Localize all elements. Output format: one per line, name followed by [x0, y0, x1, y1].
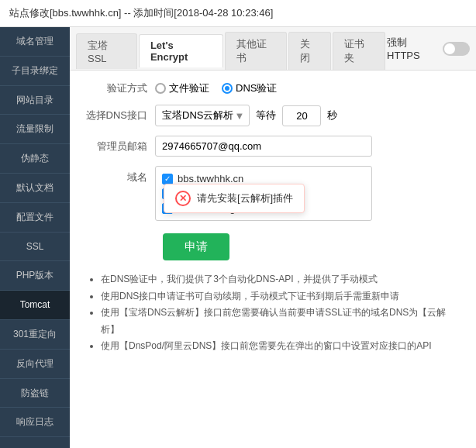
toggle-knob [444, 43, 455, 54]
admin-email-row: 管理员邮箱 [85, 136, 460, 157]
domain-content: bbs.twwhhk.cn58dongman.cnwww.58dongman.c… [155, 166, 460, 221]
sidebar: 域名管理子目录绑定网站目录流量限制伪静态默认文档配置文件SSLPHP版本Tomc… [0, 27, 70, 448]
force-https-toggle[interactable] [443, 42, 470, 56]
wait-label: 等待 [256, 109, 276, 122]
file-verify-option[interactable]: 文件验证 [155, 81, 209, 95]
file-verify-radio[interactable] [155, 83, 166, 94]
sidebar-item-伪静态[interactable]: 伪静态 [0, 144, 70, 174]
sidebar-item-配置文件[interactable]: 配置文件 [0, 203, 70, 233]
file-verify-label: 文件验证 [169, 81, 209, 95]
note-item: 使用【DnsPod/阿里云DNS】接口前您需要先在弹出的窗口中设置对应接口的AP… [101, 338, 460, 355]
form-area: 验证方式 文件验证 DNS验证 选择DNS接口 宝塔 [70, 71, 476, 366]
sidebar-item-SSL[interactable]: SSL [0, 233, 70, 262]
wait-unit: 秒 [327, 109, 337, 122]
sidebar-item-网站目录[interactable]: 网站目录 [0, 86, 70, 115]
sidebar-item-域名管理[interactable]: 域名管理 [0, 27, 70, 57]
verify-method-row: 验证方式 文件验证 DNS验证 [85, 81, 460, 95]
tabs-bar: 宝塔SSLLet's Encrypt其他证书关闭证书夹 强制HTTPS [70, 27, 476, 71]
dns-verify-option[interactable]: DNS验证 [222, 81, 277, 95]
verify-method-options: 文件验证 DNS验证 [155, 81, 460, 95]
submit-button[interactable]: 申请 [163, 233, 229, 260]
sidebar-item-Tomcat[interactable]: Tomcat [0, 291, 70, 320]
admin-email-content [155, 136, 460, 157]
note-item: 使用【宝塔DNS云解析】接口前您需要确认当前要申请SSL证书的域名DNS为【云解… [101, 305, 460, 338]
sidebar-item-流量限制[interactable]: 流量限制 [0, 115, 70, 144]
dns-verify-radio[interactable] [222, 83, 233, 94]
select-arrow-icon: ▼ [235, 110, 245, 122]
sidebar-item-301重定向[interactable]: 301重定向 [0, 320, 70, 350]
dns-verify-label: DNS验证 [236, 81, 277, 95]
note-item: 使用DNS接口申请证书可自动续期，手动模式下证书到期后手需重新申请 [101, 288, 460, 305]
tab-证书夹[interactable]: 证书夹 [333, 32, 385, 70]
dns-interface-content: 宝塔DNS云解析 ▼ 等待 秒 [155, 105, 460, 126]
main-layout: 域名管理子目录绑定网站目录流量限制伪静态默认文档配置文件SSLPHP版本Tomc… [0, 27, 476, 448]
sidebar-item-默认文档[interactable]: 默认文档 [0, 174, 70, 203]
domain-row: 域名 bbs.twwhhk.cn58dongman.cnwww.58dongma… [85, 166, 460, 221]
domain-box: bbs.twwhhk.cn58dongman.cnwww.58dongman.c… [155, 166, 372, 221]
tab-Let's Encrypt[interactable]: Let's Encrypt [139, 34, 223, 67]
error-message: 请先安装[云解析]插件 [197, 191, 293, 205]
tab-宝塔SSL[interactable]: 宝塔SSL [76, 33, 137, 69]
sidebar-item-反向代理[interactable]: 反向代理 [0, 350, 70, 379]
verify-method-label: 验证方式 [85, 81, 155, 95]
sidebar-item-PHP版本[interactable]: PHP版本 [0, 261, 70, 291]
content-area: 宝塔SSLLet's Encrypt其他证书关闭证书夹 强制HTTPS 验证方式… [70, 27, 476, 448]
notes-list: 在DNS验证中，我们提供了3个自动化DNS-API，并提供了手动模式使用DNS接… [85, 271, 460, 355]
tab-关闭[interactable]: 关闭 [288, 32, 331, 70]
error-icon: ✕ [175, 191, 191, 206]
sidebar-item-响应日志[interactable]: 响应日志 [0, 408, 70, 437]
admin-email-input[interactable] [155, 136, 372, 157]
error-popup: ✕ 请先安装[云解析]插件 [164, 184, 305, 213]
force-https-label: 强制HTTPS [387, 36, 438, 61]
sidebar-item-子目录绑定[interactable]: 子目录绑定 [0, 57, 70, 86]
dns-interface-row: 选择DNS接口 宝塔DNS云解析 ▼ 等待 秒 [85, 105, 460, 126]
wait-input[interactable] [282, 105, 321, 126]
domain-text-0: bbs.twwhhk.cn [178, 173, 243, 184]
tab-其他证书[interactable]: 其他证书 [225, 32, 287, 70]
force-https-section: 强制HTTPS [387, 36, 470, 66]
title-bar: 站点修改[bbs.twwhhk.cn] -- 添加时间[2018-04-28 1… [0, 0, 476, 27]
domain-label: 域名 [85, 166, 155, 184]
admin-email-label: 管理员邮箱 [85, 140, 155, 153]
domain-checkbox-0[interactable] [162, 174, 173, 184]
note-item: 在DNS验证中，我们提供了3个自动化DNS-API，并提供了手动模式 [101, 271, 460, 288]
sidebar-item-防盗链[interactable]: 防盗链 [0, 379, 70, 408]
dns-interface-value: 宝塔DNS云解析 [162, 109, 233, 122]
dns-interface-select[interactable]: 宝塔DNS云解析 ▼ [155, 105, 250, 126]
dns-interface-label: 选择DNS接口 [85, 109, 155, 122]
title-text: 站点修改[bbs.twwhhk.cn] -- 添加时间[2018-04-28 1… [9, 7, 273, 19]
